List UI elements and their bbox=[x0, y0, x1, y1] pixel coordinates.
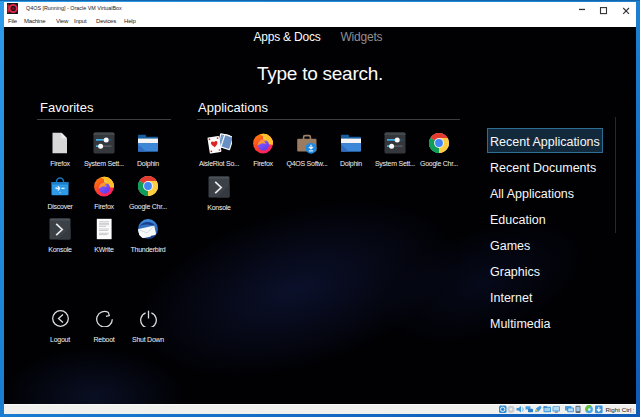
svg-text:Right Ctrl: Right Ctrl bbox=[606, 406, 632, 413]
